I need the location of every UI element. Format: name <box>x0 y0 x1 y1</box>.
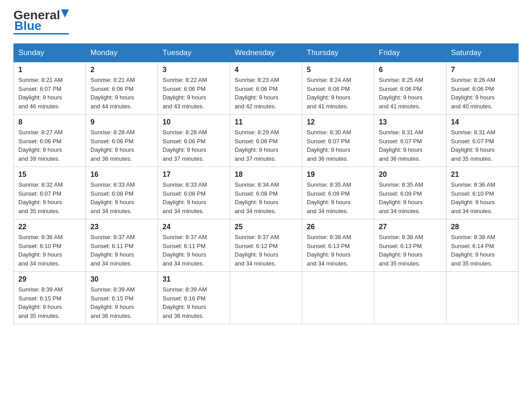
day-number: 20 <box>379 171 442 179</box>
day-info: Sunrise: 8:23 AM Sunset: 6:06 PM Dayligh… <box>235 76 297 111</box>
day-number: 13 <box>379 118 442 126</box>
calendar-cell: 26 Sunrise: 8:38 AM Sunset: 6:13 PM Dayl… <box>302 219 374 272</box>
day-info: Sunrise: 8:31 AM Sunset: 6:07 PM Dayligh… <box>379 128 442 163</box>
page-header: General Blue <box>13 9 519 34</box>
day-number: 23 <box>90 223 153 231</box>
calendar-cell: 20 Sunrise: 8:35 AM Sunset: 6:09 PM Dayl… <box>374 167 446 219</box>
day-number: 5 <box>307 66 369 74</box>
calendar-cell: 5 Sunrise: 8:24 AM Sunset: 6:06 PM Dayli… <box>302 62 374 115</box>
day-header-thursday: Thursday <box>302 44 374 62</box>
day-header-saturday: Saturday <box>446 44 519 62</box>
week-row-3: 15 Sunrise: 8:32 AM Sunset: 6:07 PM Dayl… <box>14 167 519 219</box>
day-info: Sunrise: 8:38 AM Sunset: 6:13 PM Dayligh… <box>379 233 442 268</box>
day-info: Sunrise: 8:22 AM Sunset: 6:06 PM Dayligh… <box>163 76 225 111</box>
day-number: 6 <box>379 66 442 74</box>
day-header-wednesday: Wednesday <box>230 44 302 62</box>
calendar-cell <box>374 272 446 324</box>
calendar-cell <box>230 272 302 324</box>
logo-underline <box>13 33 69 34</box>
day-info: Sunrise: 8:32 AM Sunset: 6:07 PM Dayligh… <box>18 180 81 215</box>
calendar-cell: 21 Sunrise: 8:36 AM Sunset: 6:10 PM Dayl… <box>446 167 519 219</box>
day-info: Sunrise: 8:31 AM Sunset: 6:07 PM Dayligh… <box>451 128 514 163</box>
calendar-cell: 4 Sunrise: 8:23 AM Sunset: 6:06 PM Dayli… <box>230 62 302 115</box>
day-number: 28 <box>451 223 514 231</box>
day-number: 14 <box>451 118 514 126</box>
week-row-5: 29 Sunrise: 8:39 AM Sunset: 6:15 PM Dayl… <box>14 272 519 324</box>
calendar-cell: 11 Sunrise: 8:29 AM Sunset: 6:06 PM Dayl… <box>230 115 302 167</box>
day-number: 25 <box>235 223 297 231</box>
svg-marker-0 <box>61 9 69 17</box>
day-number: 9 <box>90 118 153 126</box>
day-info: Sunrise: 8:36 AM Sunset: 6:10 PM Dayligh… <box>451 180 514 215</box>
day-number: 17 <box>163 171 225 179</box>
day-info: Sunrise: 8:36 AM Sunset: 6:10 PM Dayligh… <box>18 233 81 268</box>
day-number: 31 <box>163 275 225 283</box>
calendar-cell: 17 Sunrise: 8:33 AM Sunset: 6:08 PM Dayl… <box>158 167 230 219</box>
day-info: Sunrise: 8:34 AM Sunset: 6:08 PM Dayligh… <box>235 180 297 215</box>
calendar-cell: 14 Sunrise: 8:31 AM Sunset: 6:07 PM Dayl… <box>446 115 519 167</box>
calendar-cell: 9 Sunrise: 8:28 AM Sunset: 6:06 PM Dayli… <box>86 115 158 167</box>
day-info: Sunrise: 8:39 AM Sunset: 6:15 PM Dayligh… <box>90 285 153 320</box>
day-number: 7 <box>451 66 514 74</box>
day-info: Sunrise: 8:29 AM Sunset: 6:06 PM Dayligh… <box>235 128 297 163</box>
day-number: 16 <box>90 171 153 179</box>
day-info: Sunrise: 8:39 AM Sunset: 6:16 PM Dayligh… <box>163 285 225 320</box>
day-info: Sunrise: 8:30 AM Sunset: 6:07 PM Dayligh… <box>307 128 369 163</box>
day-info: Sunrise: 8:33 AM Sunset: 6:08 PM Dayligh… <box>90 180 153 215</box>
day-number: 18 <box>235 171 297 179</box>
day-number: 29 <box>18 275 81 283</box>
calendar-cell: 23 Sunrise: 8:37 AM Sunset: 6:11 PM Dayl… <box>86 219 158 272</box>
day-number: 22 <box>18 223 81 231</box>
calendar-cell: 6 Sunrise: 8:25 AM Sunset: 6:06 PM Dayli… <box>374 62 446 115</box>
calendar-cell <box>446 272 519 324</box>
day-number: 19 <box>307 171 369 179</box>
day-number: 1 <box>18 66 81 74</box>
day-number: 11 <box>235 118 297 126</box>
day-info: Sunrise: 8:21 AM Sunset: 6:06 PM Dayligh… <box>90 76 153 111</box>
day-header-sunday: Sunday <box>14 44 86 62</box>
calendar-cell <box>302 272 374 324</box>
day-number: 2 <box>90 66 153 74</box>
day-number: 27 <box>379 223 442 231</box>
calendar-cell: 22 Sunrise: 8:36 AM Sunset: 6:10 PM Dayl… <box>14 219 86 272</box>
day-info: Sunrise: 8:37 AM Sunset: 6:11 PM Dayligh… <box>90 233 153 268</box>
calendar-cell: 3 Sunrise: 8:22 AM Sunset: 6:06 PM Dayli… <box>158 62 230 115</box>
logo: General Blue <box>13 9 69 34</box>
calendar-cell: 13 Sunrise: 8:31 AM Sunset: 6:07 PM Dayl… <box>374 115 446 167</box>
day-number: 26 <box>307 223 369 231</box>
day-number: 24 <box>163 223 225 231</box>
calendar-cell: 8 Sunrise: 8:27 AM Sunset: 6:06 PM Dayli… <box>14 115 86 167</box>
day-info: Sunrise: 8:38 AM Sunset: 6:13 PM Dayligh… <box>307 233 369 268</box>
day-info: Sunrise: 8:35 AM Sunset: 6:09 PM Dayligh… <box>379 180 442 215</box>
day-number: 12 <box>307 118 369 126</box>
day-info: Sunrise: 8:37 AM Sunset: 6:11 PM Dayligh… <box>163 233 225 268</box>
day-info: Sunrise: 8:37 AM Sunset: 6:12 PM Dayligh… <box>235 233 297 268</box>
day-number: 21 <box>451 171 514 179</box>
calendar-cell: 16 Sunrise: 8:33 AM Sunset: 6:08 PM Dayl… <box>86 167 158 219</box>
day-number: 15 <box>18 171 81 179</box>
day-info: Sunrise: 8:35 AM Sunset: 6:09 PM Dayligh… <box>307 180 369 215</box>
calendar-cell: 7 Sunrise: 8:26 AM Sunset: 6:06 PM Dayli… <box>446 62 519 115</box>
day-header-monday: Monday <box>86 44 158 62</box>
calendar-cell: 25 Sunrise: 8:37 AM Sunset: 6:12 PM Dayl… <box>230 219 302 272</box>
calendar-cell: 10 Sunrise: 8:28 AM Sunset: 6:06 PM Dayl… <box>158 115 230 167</box>
calendar-cell: 15 Sunrise: 8:32 AM Sunset: 6:07 PM Dayl… <box>14 167 86 219</box>
day-info: Sunrise: 8:26 AM Sunset: 6:06 PM Dayligh… <box>451 76 514 111</box>
day-number: 8 <box>18 118 81 126</box>
calendar-cell: 27 Sunrise: 8:38 AM Sunset: 6:13 PM Dayl… <box>374 219 446 272</box>
calendar-cell: 12 Sunrise: 8:30 AM Sunset: 6:07 PM Dayl… <box>302 115 374 167</box>
calendar-cell: 31 Sunrise: 8:39 AM Sunset: 6:16 PM Dayl… <box>158 272 230 324</box>
day-info: Sunrise: 8:28 AM Sunset: 6:06 PM Dayligh… <box>163 128 225 163</box>
week-row-4: 22 Sunrise: 8:36 AM Sunset: 6:10 PM Dayl… <box>14 219 519 272</box>
calendar-cell: 30 Sunrise: 8:39 AM Sunset: 6:15 PM Dayl… <box>86 272 158 324</box>
calendar-cell: 2 Sunrise: 8:21 AM Sunset: 6:06 PM Dayli… <box>86 62 158 115</box>
day-info: Sunrise: 8:25 AM Sunset: 6:06 PM Dayligh… <box>379 76 442 111</box>
logo-blue: Blue <box>14 20 42 32</box>
day-info: Sunrise: 8:24 AM Sunset: 6:06 PM Dayligh… <box>307 76 369 111</box>
calendar-cell: 19 Sunrise: 8:35 AM Sunset: 6:09 PM Dayl… <box>302 167 374 219</box>
week-row-1: 1 Sunrise: 8:21 AM Sunset: 6:07 PM Dayli… <box>14 62 519 115</box>
week-row-2: 8 Sunrise: 8:27 AM Sunset: 6:06 PM Dayli… <box>14 115 519 167</box>
day-header-friday: Friday <box>374 44 446 62</box>
day-info: Sunrise: 8:21 AM Sunset: 6:07 PM Dayligh… <box>18 76 81 111</box>
day-header-tuesday: Tuesday <box>158 44 230 62</box>
